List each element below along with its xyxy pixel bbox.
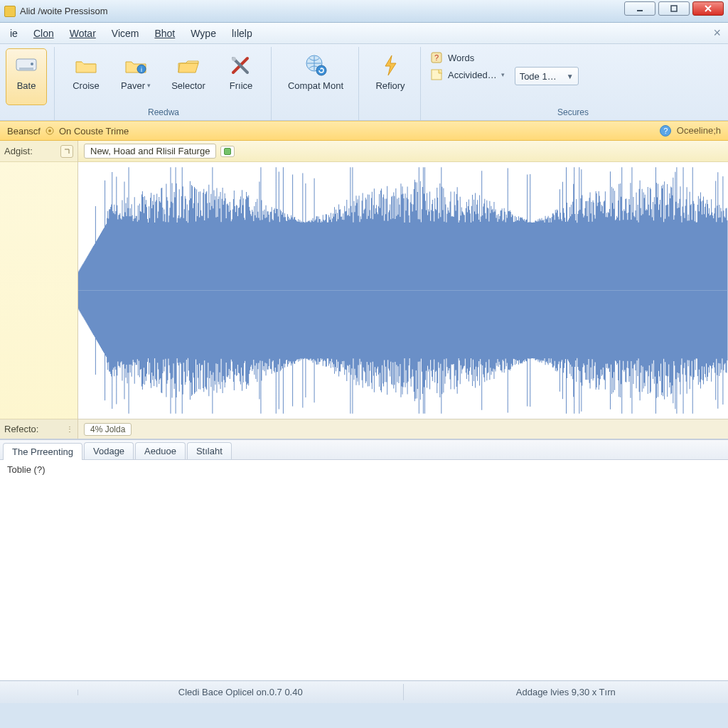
status-cell-mid: Cledi Bace Oplicel on.0.7 0.40	[78, 684, 404, 700]
side-foot-label: Refecto:	[4, 424, 38, 434]
accivided-row[interactable]: Accivided… ▾	[429, 68, 505, 82]
tode-combo-label: Tode 1…	[520, 71, 557, 82]
menubar: ie Clon Wotar Vicem Bhot Wype lılelp ×	[0, 23, 728, 44]
waveform-panel: New, Hoad and Rlisil Faturge 4% Jolda	[78, 141, 728, 439]
ribbon-group-label: Secures	[429, 106, 717, 120]
note-icon	[429, 68, 444, 82]
words-label: Words	[448, 53, 474, 63]
status-cell-left	[0, 690, 78, 695]
tools-cross-icon	[228, 53, 254, 78]
compat-button[interactable]: Compat Mont	[280, 48, 351, 105]
lower-tabs: The Prreenting Vodage Aeduoe Stılaht	[0, 440, 728, 460]
chevron-down-icon: ▾	[501, 71, 505, 78]
tode-combo[interactable]: Tode 1… ▼	[515, 67, 579, 85]
svg-point-18	[48, 129, 51, 132]
chevron-down-icon: ▼	[567, 73, 574, 80]
folder-icon	[73, 53, 99, 78]
croise-button[interactable]: Croise	[63, 48, 109, 105]
folder-info-icon: i	[123, 53, 149, 78]
help-icon: ?	[660, 125, 671, 136]
window-title: Alid /woite Pressisom	[20, 6, 108, 16]
tab-preenting[interactable]: The Prreenting	[3, 443, 82, 460]
svg-rect-5	[19, 68, 33, 70]
lower-section: The Prreenting Vodage Aeduoe Stılaht Tob…	[0, 439, 728, 680]
menu-item[interactable]: Wotar	[63, 25, 103, 42]
maximize-button[interactable]	[658, 1, 690, 16]
infobar-text: Beanscf	[7, 126, 41, 136]
ribbon-toolbar: Bate . Croise i Paver▾ S	[0, 44, 728, 121]
tab-vodage[interactable]: Vodage	[84, 442, 134, 459]
refiory-button[interactable]: Refiory	[368, 48, 413, 105]
close-document-button[interactable]: ×	[713, 26, 721, 41]
side-top-label: Adgist:	[4, 146, 33, 156]
track-footer: 4% Jolda	[78, 419, 728, 439]
app-icon	[4, 6, 16, 17]
book-help-icon: ?	[429, 50, 444, 65]
menu-item[interactable]: ie	[3, 25, 25, 42]
side-expand-button[interactable]	[60, 145, 73, 158]
svg-point-6	[31, 63, 33, 65]
menu-item[interactable]: lılelp	[225, 25, 259, 42]
menu-item[interactable]: Bhot	[147, 25, 182, 42]
paver-button[interactable]: i Paver▾	[113, 48, 159, 105]
tab-stilaht[interactable]: Stılaht	[187, 442, 232, 459]
globe-refresh-icon	[303, 53, 328, 78]
chevron-down-icon: ▾	[147, 82, 151, 90]
window-titlebar: Alid /woite Pressisom	[0, 0, 728, 23]
accivided-label: Accivided…	[448, 70, 497, 80]
svg-text:i: i	[141, 66, 142, 73]
selector-button[interactable]: Selector	[163, 48, 214, 105]
lower-line: Toblie (?)	[7, 464, 721, 475]
folder-open-icon	[176, 53, 201, 78]
info-bar: Beanscf On Couste Trime ? Oceeline;h	[0, 121, 728, 141]
tab-aeduoe[interactable]: Aeduoe	[135, 442, 186, 459]
svg-point-13	[316, 65, 326, 75]
menu-item[interactable]: Clon	[26, 25, 61, 42]
menu-item[interactable]: Vicem	[105, 25, 146, 42]
track-name-box[interactable]: New, Hoad and Rlisil Faturge	[84, 144, 216, 159]
track-header: New, Hoad and Rlisil Faturge	[78, 141, 728, 162]
drive-icon	[14, 53, 39, 78]
words-row[interactable]: ? Words	[429, 50, 505, 65]
svg-text:?: ?	[434, 53, 439, 62]
track-led-box[interactable]	[220, 146, 235, 157]
close-button[interactable]	[692, 1, 724, 16]
editor-area: Adgist: Refecto: ⋮ New, Hoad and Rlisil …	[0, 141, 728, 439]
side-foot-marker: ⋮	[66, 425, 73, 433]
minimize-button[interactable]	[624, 1, 655, 16]
waveform-canvas[interactable]	[78, 162, 728, 419]
led-icon	[224, 148, 231, 155]
svg-point-11	[232, 57, 236, 61]
bate-button[interactable]: Bate	[6, 48, 47, 105]
menu-item[interactable]: Wype	[183, 25, 223, 42]
lightning-icon	[378, 53, 403, 78]
side-panel: Adgist: Refecto: ⋮	[0, 141, 78, 439]
status-bar: Cledi Bace Oplicel on.0.7 0.40 Addage lv…	[0, 680, 728, 703]
track-footer-value: 4% Jolda	[84, 423, 132, 436]
side-panel-body	[0, 162, 77, 419]
infobar-text: On Couste Trime	[59, 126, 129, 136]
status-cell-right: Addage lvies 9,30 x Tırn	[404, 684, 729, 700]
frice-button[interactable]: Frıice	[218, 48, 264, 105]
gear-icon	[45, 126, 55, 136]
ribbon-group-label: Reedwa	[63, 106, 264, 120]
lower-body: Toblie (?)	[0, 460, 728, 680]
track-name: New, Hoad and Rlisil Faturge	[90, 146, 210, 156]
svg-rect-1	[671, 6, 677, 11]
infobar-right-text: Oceeline;h	[677, 125, 721, 136]
